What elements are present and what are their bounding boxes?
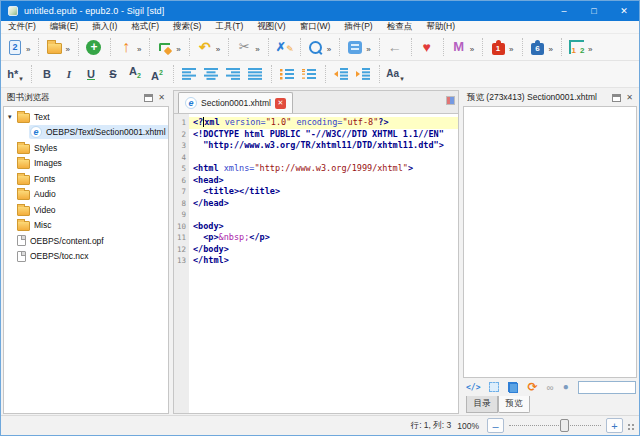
zoom-slider[interactable]: [507, 418, 603, 433]
overflow-chevron[interactable]: »: [26, 46, 30, 54]
copy-button[interactable]: [508, 382, 518, 393]
tab-close-button[interactable]: ✕: [275, 98, 286, 109]
outdent-button[interactable]: [330, 62, 352, 86]
refresh-button[interactable]: ⟳: [527, 381, 537, 393]
strikethrough-button[interactable]: S: [102, 62, 124, 86]
code-editor[interactable]: 1 <?xml version="1.0" encoding="utf-8"?>…: [173, 114, 459, 414]
overflow-chevron[interactable]: »: [588, 46, 592, 54]
close-panel-button[interactable]: ✕: [158, 94, 165, 102]
zoom-out-button[interactable]: –: [487, 418, 504, 433]
align-left-button[interactable]: [178, 62, 200, 86]
change-case-dropdown[interactable]: Aa▾: [384, 62, 406, 86]
maximize-button[interactable]: □: [579, 1, 609, 21]
tab-list-button[interactable]: [446, 96, 455, 105]
menu-view[interactable]: 视图(V): [250, 21, 292, 33]
overflow-chevron[interactable]: »: [549, 46, 553, 54]
tree-item-fonts[interactable]: Fonts: [4, 171, 168, 187]
plugin-1-button[interactable]: 1: [487, 35, 509, 59]
overflow-chevron[interactable]: »: [366, 46, 370, 54]
tree-item-styles[interactable]: Styles: [4, 140, 168, 156]
resize-grip[interactable]: [628, 424, 636, 432]
preview-viewport[interactable]: [463, 106, 637, 378]
overflow-chevron[interactable]: »: [137, 46, 141, 54]
close-icon: ✕: [620, 6, 628, 16]
puzzle-6-icon: 6: [531, 43, 544, 55]
undo-button[interactable]: ↶: [194, 35, 216, 59]
expander-icon[interactable]: ▾: [8, 113, 17, 121]
toolbar-separator: [105, 38, 111, 56]
spellcheck-button[interactable]: ✗✎: [273, 35, 295, 59]
zoom-slider-thumb[interactable]: [560, 419, 569, 432]
open-button[interactable]: [43, 35, 65, 59]
new-epub-button[interactable]: 2: [4, 35, 26, 59]
menu-tools[interactable]: 工具(T): [208, 21, 250, 33]
menu-insert[interactable]: 插入(I): [85, 21, 124, 33]
tree-item-misc[interactable]: Misc: [4, 218, 168, 234]
close-panel-button[interactable]: ✕: [626, 94, 633, 102]
plugin-6-button[interactable]: 6: [527, 35, 549, 59]
inspect-code-button[interactable]: </>: [466, 383, 480, 392]
toolbar-separator: [477, 38, 483, 56]
menu-help[interactable]: 帮助(H): [419, 21, 462, 33]
menu-window[interactable]: 窗口(W): [293, 21, 338, 33]
tab-preview[interactable]: 预览: [498, 396, 530, 413]
overflow-chevron[interactable]: »: [216, 46, 220, 54]
globe-button[interactable]: ●: [563, 382, 569, 392]
align-justify-button[interactable]: [244, 62, 266, 86]
tree-item-section0001[interactable]: e OEBPS/Text/Section0001.xhtml: [4, 125, 168, 141]
tree-item-images[interactable]: Images: [4, 156, 168, 172]
align-right-button[interactable]: [222, 62, 244, 86]
overflow-chevron[interactable]: »: [176, 46, 180, 54]
epub-version-tool-button[interactable]: 12: [566, 35, 588, 59]
plugin-m-button[interactable]: M: [448, 35, 470, 59]
menu-search[interactable]: 搜索(S): [166, 21, 208, 33]
zoom-in-button[interactable]: +: [606, 418, 623, 433]
overflow-chevron[interactable]: »: [65, 46, 69, 54]
italic-button[interactable]: I: [58, 62, 80, 86]
overflow-chevron[interactable]: »: [327, 46, 331, 54]
overflow-chevron[interactable]: »: [509, 46, 513, 54]
menu-edit[interactable]: 编辑(E): [43, 21, 85, 33]
save-button[interactable]: ↑: [115, 35, 137, 59]
preview-filter-input[interactable]: [578, 381, 636, 394]
code-line-13: 13 </html>: [174, 255, 458, 267]
tree-item-audio[interactable]: Audio: [4, 187, 168, 203]
indent-button[interactable]: [352, 62, 374, 86]
title-bar[interactable]: untitled.epub - epub2.0 - Sigil [std] – …: [1, 1, 639, 21]
float-panel-button[interactable]: [144, 94, 153, 102]
close-button[interactable]: ✕: [609, 1, 639, 21]
back-arrow-icon: ←: [388, 40, 402, 54]
tree-item-text-folder[interactable]: ▾ Text: [4, 109, 168, 125]
bullet-list-button[interactable]: [276, 62, 298, 86]
select-mode-button[interactable]: [489, 382, 499, 392]
tree-item-content-opf[interactable]: OEBPS/content.opf: [4, 233, 168, 249]
tree-item-video[interactable]: Video: [4, 202, 168, 218]
overflow-chevron[interactable]: »: [470, 46, 474, 54]
tree-item-toc-ncx[interactable]: OEBPS/toc.ncx: [4, 249, 168, 265]
menu-plugins[interactable]: 插件(P): [337, 21, 379, 33]
back-button[interactable]: ←: [384, 35, 406, 59]
align-center-button[interactable]: [200, 62, 222, 86]
bold-button[interactable]: B: [36, 62, 58, 86]
paste-button[interactable]: [154, 35, 176, 59]
superscript-button[interactable]: A2: [146, 62, 168, 86]
menu-format[interactable]: 格式(F): [124, 21, 166, 33]
tab-toc[interactable]: 目录: [466, 396, 498, 413]
overflow-chevron[interactable]: »: [255, 46, 259, 54]
cut-button[interactable]: ✂: [233, 35, 255, 59]
numbered-list-button[interactable]: [298, 62, 320, 86]
minimize-button[interactable]: –: [549, 1, 579, 21]
donate-button[interactable]: ♥: [416, 35, 438, 59]
add-existing-button[interactable]: +: [83, 35, 105, 59]
heading-dropdown[interactable]: h*▾: [4, 62, 26, 86]
subscript-button[interactable]: A2: [124, 62, 146, 86]
tab-section0001[interactable]: e Section0001.xhtml ✕: [178, 92, 293, 113]
find-replace-button[interactable]: [305, 35, 327, 59]
toolbar-separator: [334, 38, 340, 56]
float-panel-button[interactable]: [612, 94, 621, 102]
menu-file[interactable]: 文件(F): [1, 21, 43, 33]
menu-checkpoint[interactable]: 检查点: [380, 21, 420, 33]
underline-button[interactable]: U: [80, 62, 102, 86]
code-line-7: 7 <title></title>: [174, 186, 458, 198]
metadata-editor-button[interactable]: [344, 35, 366, 59]
